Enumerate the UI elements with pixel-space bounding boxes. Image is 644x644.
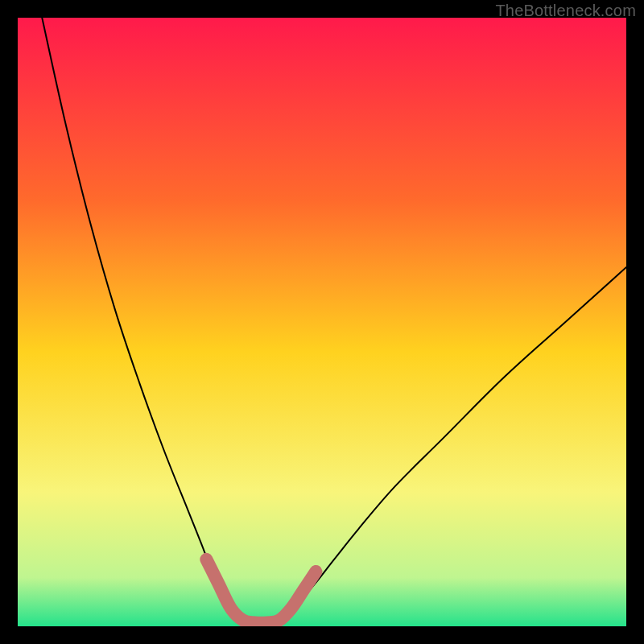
watermark-text: TheBottleneck.com <box>495 2 636 20</box>
gradient-background <box>18 18 626 626</box>
plot-area <box>18 18 626 626</box>
chart-svg <box>18 18 626 626</box>
outer-frame: TheBottleneck.com <box>0 0 644 644</box>
